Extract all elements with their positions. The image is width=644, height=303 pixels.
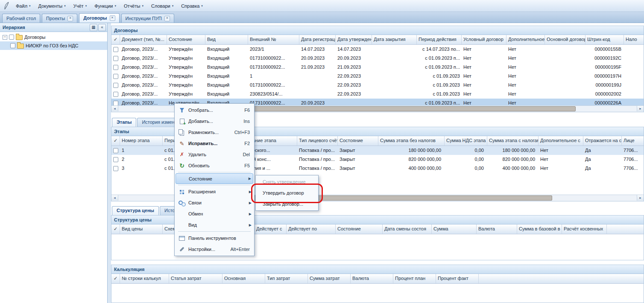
column-header[interactable]: Сумма этапа с налогами [487, 136, 539, 146]
column-header[interactable]: Документ (тип, №... [120, 35, 167, 44]
menu-item[interactable]: УдалитьDel [176, 149, 253, 160]
table-row[interactable]: Договор, 2023/...УтверждёнВходящий2023/1… [111, 45, 644, 54]
menu-item[interactable]: Обмен▶ [176, 208, 253, 219]
column-header[interactable]: № строки калькул [120, 274, 169, 283]
column-header[interactable]: Условный договор [462, 35, 506, 44]
menubar-item[interactable]: Словари▾ [147, 2, 177, 10]
menu-item[interactable]: Добавить...Ins [176, 116, 253, 127]
menubar-item[interactable]: Функции▾ [91, 2, 120, 10]
column-header[interactable]: Отражается на су [583, 136, 622, 146]
column-header[interactable]: Внешний № [248, 35, 299, 44]
document-tab[interactable]: Договоры× [79, 13, 119, 23]
row-checkbox[interactable] [113, 56, 118, 61]
close-tab-icon[interactable]: × [164, 16, 170, 21]
menu-item[interactable]: ОбновитьF5 [176, 160, 253, 171]
column-header[interactable]: Дата утверждения [336, 35, 372, 44]
column-header[interactable]: Валюта [477, 224, 517, 234]
column-header[interactable]: Дата смены состоя [383, 224, 432, 234]
column-header[interactable]: ✓ [111, 224, 120, 234]
scroll-left-icon[interactable]: ◄ [111, 106, 118, 111]
menubar-item[interactable]: Учёт▾ [70, 2, 91, 10]
column-header[interactable]: Дополнительное с [539, 136, 583, 146]
row-checkbox[interactable] [113, 157, 118, 162]
table-row[interactable]: Договор, 2023/...УтверждёнВходящий017310… [111, 81, 644, 90]
menu-item[interactable]: Вид▶ [176, 219, 253, 230]
menu-item[interactable]: Расширения▶ [176, 186, 253, 197]
column-header[interactable]: Процент план [393, 274, 436, 283]
section-tab[interactable]: Структура цены [112, 206, 159, 215]
column-header[interactable]: Состояние [336, 224, 383, 234]
menu-item[interactable]: Состояние▶ [176, 173, 253, 184]
scroll-right-icon[interactable]: ► [637, 195, 644, 201]
row-checkbox[interactable] [113, 148, 118, 153]
checkbox[interactable] [10, 43, 15, 48]
column-header[interactable]: Сумма НДС этапа [445, 136, 487, 146]
column-header[interactable]: Тип лицевого счёт [297, 136, 338, 146]
row-checkbox[interactable] [113, 65, 118, 70]
tree-item[interactable]: НИОКР по ГОЗ без НДС [0, 41, 107, 50]
row-checkbox[interactable] [113, 74, 118, 79]
column-header[interactable]: Расчёт косвенных [562, 224, 607, 234]
column-header[interactable]: Период действия [417, 35, 462, 44]
column-header[interactable]: Действует по [287, 224, 336, 234]
column-header[interactable]: Состояние [167, 35, 205, 44]
column-header[interactable]: Дополнительное с [506, 35, 545, 44]
close-tab-icon[interactable]: × [67, 16, 73, 21]
column-header[interactable]: Номер этапа [120, 136, 163, 146]
column-header[interactable]: Дата закрытия [372, 35, 417, 44]
document-tab[interactable]: Инструкции ПУП× [121, 14, 174, 23]
checkbox[interactable] [9, 35, 14, 40]
tree-item[interactable]: −Договоры [0, 33, 107, 41]
menu-item[interactable]: Утвердить договор [257, 187, 317, 198]
menubar-item[interactable]: Отчёты▾ [120, 2, 147, 10]
menubar-item[interactable]: Справка▾ [177, 2, 207, 10]
menu-item[interactable]: Исправить...F2 [176, 138, 253, 149]
table-row[interactable]: Договор, 2023/...УтверждёнВходящий230823… [111, 90, 644, 99]
column-header[interactable]: Состояние [338, 136, 378, 146]
column-header[interactable]: ✓ [111, 136, 120, 146]
column-header[interactable]: Штрих-код [585, 35, 624, 44]
menu-item[interactable]: Размножить...Ctrl+F3 [176, 127, 253, 138]
column-header[interactable]: Действует с [255, 224, 287, 234]
table-row[interactable]: Договор, 2023/...УтверждёнВходящий122.09… [111, 72, 644, 81]
row-checkbox[interactable] [113, 92, 118, 97]
column-header[interactable]: ✓ [111, 35, 120, 44]
menu-item[interactable]: Закрыть договор... [257, 198, 317, 210]
row-checkbox[interactable] [113, 47, 118, 52]
column-header[interactable]: Вид цены [120, 224, 163, 234]
menubar-item[interactable]: Документы▾ [35, 2, 70, 10]
close-tab-icon[interactable]: × [110, 15, 115, 21]
row-checkbox[interactable] [113, 166, 118, 171]
table-row[interactable]: Договор, 2023/...УтверждёнВходящий017310… [111, 54, 644, 63]
menu-item[interactable]: Панель инструментов [176, 233, 253, 244]
column-header[interactable]: Тип затрат [265, 274, 308, 283]
column-header[interactable]: Дата регистрации [299, 35, 336, 44]
column-header[interactable]: Вид [205, 35, 248, 44]
column-header[interactable]: Лице [622, 136, 644, 146]
scroll-right-icon[interactable]: ► [637, 106, 644, 111]
menu-item[interactable]: Настройки...Alt+Enter [176, 244, 253, 255]
column-header[interactable]: Сумма этапа без налогов [378, 136, 445, 146]
column-header[interactable]: Процент факт [436, 274, 479, 283]
row-checkbox[interactable] [113, 83, 118, 88]
collapse-panel-icon[interactable]: « [98, 24, 106, 31]
menu-item[interactable]: Связи▶ [176, 197, 253, 208]
table-row[interactable]: Договор, 2023/...УтверждёнВходящий017310… [111, 63, 644, 72]
column-header[interactable]: ✓ [111, 274, 120, 283]
scroll-left-icon[interactable]: ◄ [111, 195, 118, 201]
collapse-expander-icon[interactable]: − [3, 35, 7, 40]
document-tab[interactable]: Рабочий стол [2, 14, 40, 23]
menubar-item[interactable]: Файл▾ [12, 2, 35, 10]
column-header[interactable]: Основной договор [545, 35, 585, 44]
document-tab[interactable]: Проекты× [42, 14, 77, 23]
column-header[interactable]: Нало [624, 35, 644, 44]
column-header[interactable]: Валюта [351, 274, 393, 283]
section-tab[interactable]: Этапы [112, 118, 136, 127]
column-header[interactable]: Сумма затрат [308, 274, 351, 283]
view-mode-icon[interactable]: ▦ [90, 24, 97, 31]
column-header[interactable]: Основная [222, 274, 265, 283]
column-header[interactable]: Сумма [432, 224, 477, 234]
column-header[interactable]: Сумма в базовой в [517, 224, 562, 234]
panel-splitter[interactable] [108, 23, 111, 303]
menu-item[interactable]: Отобрать...F6 [176, 105, 253, 116]
